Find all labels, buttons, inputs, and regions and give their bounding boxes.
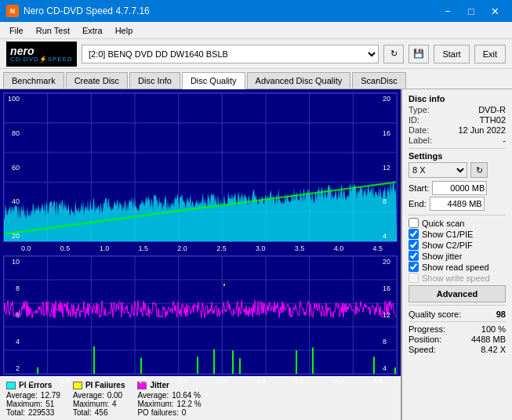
tab-benchmark[interactable]: Benchmark xyxy=(3,72,64,89)
pi-errors-total-value: 229533 xyxy=(28,408,54,417)
show-read-speed-label: Show read speed xyxy=(422,262,489,272)
settings-title: Settings xyxy=(409,151,506,161)
pi-failures-total-label: Total: xyxy=(73,408,92,417)
start-label: Start: xyxy=(409,183,429,193)
drive-select[interactable]: [2:0] BENQ DVD DD DW1640 BSLB xyxy=(82,45,379,63)
app-logo: nero CD·DVD⚡SPEED xyxy=(6,42,77,67)
position-label: Position: xyxy=(409,335,441,344)
tab-create-disc[interactable]: Create Disc xyxy=(66,72,128,89)
app-icon: N xyxy=(6,5,19,17)
start-input-row: Start: xyxy=(409,181,506,195)
x-3.5: 3.5 xyxy=(295,244,305,252)
tab-disc-quality[interactable]: Disc Quality xyxy=(182,72,245,89)
maximize-button[interactable]: □ xyxy=(460,0,482,22)
show-write-speed-label: Show write speed xyxy=(422,273,490,283)
show-write-speed-checkbox[interactable] xyxy=(409,273,419,283)
progress-label: Progress: xyxy=(409,324,445,334)
titlebar-controls: − □ ✕ xyxy=(437,0,506,22)
x-4.0: 4.0 xyxy=(334,244,344,252)
disc-date-label: Date: xyxy=(409,125,429,135)
upper-yr-4: 4 xyxy=(383,232,397,240)
start-input[interactable] xyxy=(432,181,487,195)
left-content: 100 80 60 40 20 20 16 12 8 4 0.0 0.5 xyxy=(0,89,401,420)
right-panel: Disc info Type: DVD-R ID: TTH02 Date: 12… xyxy=(401,89,512,420)
disc-info-title: Disc info xyxy=(409,94,506,103)
pi-failures-total-value: 456 xyxy=(95,408,108,417)
upper-yr-16: 16 xyxy=(383,129,397,137)
refresh-speed-button[interactable]: ↻ xyxy=(470,162,488,178)
reload-icon-button[interactable]: ↻ xyxy=(383,45,404,63)
upper-chart: 100 80 60 40 20 20 16 12 8 4 0.0 0.5 xyxy=(3,92,398,242)
x-1.5: 1.5 xyxy=(138,244,148,252)
end-input-row: End: xyxy=(409,197,506,211)
titlebar: N Nero CD-DVD Speed 4.7.7.16 − □ ✕ xyxy=(0,0,512,22)
lower-y-10: 10 xyxy=(4,258,20,266)
pi-failures-avg-value: 0.00 xyxy=(107,391,122,400)
disc-label-value: - xyxy=(503,136,506,145)
jitter-po-value: 0 xyxy=(182,408,187,417)
progress-row: Progress: 100 % xyxy=(409,324,506,334)
start-button[interactable]: Start xyxy=(434,45,469,63)
disc-type-row: Type: DVD-R xyxy=(409,105,506,114)
menu-file[interactable]: File xyxy=(3,24,30,37)
disc-date-row: Date: 12 Jun 2022 xyxy=(409,125,506,135)
upper-yr-20: 20 xyxy=(383,95,397,103)
disc-type-label: Type: xyxy=(409,105,430,114)
pi-errors-avg-label: Average: xyxy=(6,391,38,400)
tab-disc-info[interactable]: Disc Info xyxy=(129,72,180,89)
close-button[interactable]: ✕ xyxy=(484,0,506,22)
disc-id-label: ID: xyxy=(409,115,419,125)
logo-sub: CD·DVD⚡SPEED xyxy=(10,56,73,63)
speed-label: Speed: xyxy=(409,345,436,354)
menu-extra[interactable]: Extra xyxy=(76,24,109,37)
menu-run-test[interactable]: Run Test xyxy=(30,24,76,37)
quality-label: Quality score: xyxy=(409,310,461,319)
save-icon-button[interactable]: 💾 xyxy=(409,45,429,63)
lower-y-4: 4 xyxy=(4,338,20,346)
show-c2pif-checkbox[interactable] xyxy=(409,240,419,250)
disc-date-value: 12 Jun 2022 xyxy=(458,125,506,135)
end-input[interactable] xyxy=(430,197,485,211)
pi-errors-max-row: Maximum: 51 xyxy=(6,400,60,408)
show-jitter-checkbox[interactable] xyxy=(409,251,419,261)
advanced-button[interactable]: Advanced xyxy=(409,285,506,302)
quality-row: Quality score: 98 xyxy=(409,310,506,319)
pi-failures-avg-label: Average: xyxy=(73,391,104,400)
speed-select[interactable]: 8 X xyxy=(409,162,467,178)
tab-scan-disc[interactable]: ScanDisc xyxy=(352,72,405,89)
pi-errors-avg-value: 12.79 xyxy=(41,391,60,400)
speed-row: 8 X ↻ xyxy=(409,162,506,178)
jitter-po-label: PO failures: xyxy=(137,408,178,417)
pi-errors-total-row: Total: 229533 xyxy=(6,408,60,417)
show-read-speed-checkbox[interactable] xyxy=(409,262,419,272)
show-c1pie-row: Show C1/PIE xyxy=(409,229,506,239)
jitter-max-label: Maximum: xyxy=(137,400,173,408)
menubar: File Run Test Extra Help xyxy=(0,22,512,39)
lower-yr-20: 20 xyxy=(383,258,397,266)
main-content: 100 80 60 40 20 20 16 12 8 4 0.0 0.5 xyxy=(0,89,512,420)
upper-y-20: 20 xyxy=(4,232,20,240)
upper-y-100: 100 xyxy=(4,95,20,103)
pi-failures-max-label: Maximum: xyxy=(73,400,109,408)
lower-y-8: 8 xyxy=(4,284,20,292)
show-c1pie-label: Show C1/PIE xyxy=(422,230,473,239)
pi-failures-max-row: Maximum: 4 xyxy=(73,400,125,408)
show-c2pif-row: Show C2/PIF xyxy=(409,240,506,250)
tab-advanced-disc-quality[interactable]: Advanced Disc Quality xyxy=(247,72,351,89)
upper-y-80: 80 xyxy=(4,129,20,137)
exit-button[interactable]: Exit xyxy=(474,45,506,63)
show-c1pie-checkbox[interactable] xyxy=(409,229,419,239)
menu-help[interactable]: Help xyxy=(109,24,140,37)
show-jitter-label: Show jitter xyxy=(422,252,462,261)
jitter-max-value: 12.2 % xyxy=(177,400,202,408)
tab-bar: Benchmark Create Disc Disc Info Disc Qua… xyxy=(0,69,512,89)
show-jitter-row: Show jitter xyxy=(409,251,506,261)
disc-id-value: TTH02 xyxy=(479,115,506,125)
show-read-speed-row: Show read speed xyxy=(409,262,506,272)
pi-failures-max-value: 4 xyxy=(112,400,117,408)
quick-scan-checkbox[interactable] xyxy=(409,218,419,228)
jitter-avg-label: Average: xyxy=(137,391,169,400)
minimize-button[interactable]: − xyxy=(437,0,459,22)
disc-type-value: DVD-R xyxy=(478,105,506,114)
jitter-avg-value: 10.64 % xyxy=(172,391,201,400)
